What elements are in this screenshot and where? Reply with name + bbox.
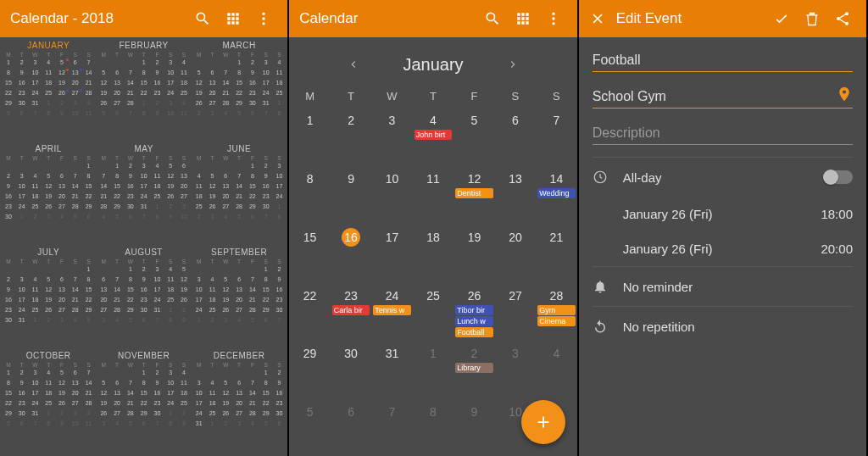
mini-month[interactable]: DECEMBERMTWTFSS1234567891011121314151617… xyxy=(192,351,286,453)
event-tag[interactable]: Carla bir xyxy=(332,305,370,315)
day-cell[interactable]: 20 xyxy=(495,223,536,281)
day-cell[interactable]: 15 xyxy=(289,223,330,281)
day-cell[interactable]: 2Library xyxy=(453,339,494,398)
svg-point-5 xyxy=(552,22,554,25)
day-cell[interactable]: 16 xyxy=(331,223,371,281)
mini-month[interactable]: MAYMTWTFSS123456789101112131415161718192… xyxy=(97,144,190,246)
day-cell[interactable]: 8 xyxy=(413,398,453,456)
mini-month[interactable]: AUGUSTMTWTFSS123456789101112131415161718… xyxy=(97,247,190,349)
more-icon[interactable] xyxy=(250,5,277,32)
day-cell[interactable]: 11 xyxy=(413,164,453,223)
prev-month-arrow[interactable] xyxy=(338,49,369,80)
mini-month[interactable]: SEPTEMBERMTWTFSS123456789101112131415161… xyxy=(192,247,286,349)
search-icon[interactable] xyxy=(189,5,216,32)
start-time-row[interactable]: January 26 (Fri) 18:00 xyxy=(593,197,853,231)
mini-month[interactable]: MARCHMTWTFSS1234567891011121314151617181… xyxy=(192,41,286,142)
event-tag[interactable]: Dentist xyxy=(455,188,492,198)
add-event-fab[interactable] xyxy=(521,400,565,444)
allday-toggle[interactable] xyxy=(824,170,853,184)
event-tag[interactable]: John birt xyxy=(415,130,452,140)
day-cell[interactable]: 4John birt xyxy=(413,106,453,164)
mini-month[interactable]: OCTOBERMTWTFSS12345678910111213141516171… xyxy=(2,351,95,453)
day-cell[interactable]: 14Wedding xyxy=(536,164,576,223)
end-time-row[interactable]: January 26 (Fri) 20:00 xyxy=(593,231,853,266)
more-icon[interactable] xyxy=(540,5,567,32)
day-cell[interactable]: 7 xyxy=(371,398,412,456)
mini-month[interactable]: JUNEMTWTFSS12345678910111213141516171819… xyxy=(192,144,286,246)
day-cell[interactable]: 13 xyxy=(495,164,536,223)
day-cell[interactable]: 9 xyxy=(453,398,494,456)
next-month-arrow[interactable] xyxy=(498,49,528,80)
end-date[interactable]: January 26 (Fri) xyxy=(623,242,821,256)
year-appbar: Calendar - 2018 xyxy=(0,0,287,37)
day-cell[interactable]: 2 xyxy=(331,106,371,164)
day-cell[interactable]: 22 xyxy=(289,281,330,340)
search-icon[interactable] xyxy=(479,5,506,32)
day-cell[interactable]: 18 xyxy=(413,223,453,281)
event-description-input[interactable] xyxy=(593,120,853,145)
svg-point-0 xyxy=(263,13,265,15)
grid-view-icon[interactable] xyxy=(220,5,247,32)
event-tag[interactable]: Football xyxy=(455,327,492,337)
day-cell[interactable]: 19 xyxy=(453,223,494,281)
day-cell[interactable]: 30 xyxy=(331,339,371,398)
day-cell[interactable]: 24Tennis w xyxy=(371,281,412,340)
grid-view-icon[interactable] xyxy=(509,5,537,32)
event-location-input[interactable] xyxy=(593,84,853,108)
event-tag[interactable]: Tennis w xyxy=(373,305,410,315)
save-icon[interactable] xyxy=(768,5,795,32)
day-cell[interactable]: 8 xyxy=(289,164,330,223)
day-cell[interactable]: 17 xyxy=(371,223,412,281)
month-view-panel: Calendar January MTWTFSS 1234John birt56… xyxy=(289,0,578,456)
event-tag[interactable]: Library xyxy=(455,363,492,373)
event-tag[interactable]: Lunch w xyxy=(455,316,492,326)
day-cell[interactable]: 6 xyxy=(495,106,536,164)
day-cell[interactable]: 26Tibor birLunch wFootball xyxy=(453,281,494,340)
day-cell[interactable]: 6 xyxy=(331,398,371,456)
svg-point-1 xyxy=(263,17,265,19)
mini-month[interactable]: JANUARYMTWTFSS12345678910111213141516171… xyxy=(2,41,95,142)
start-date[interactable]: January 26 (Fri) xyxy=(623,207,821,221)
svg-point-3 xyxy=(552,13,554,15)
event-tag[interactable]: Cinema xyxy=(537,316,575,326)
event-tag[interactable]: Wedding xyxy=(537,188,575,198)
day-cell[interactable]: 10 xyxy=(371,164,412,223)
month-title[interactable]: January xyxy=(403,55,463,75)
day-cell[interactable]: 9 xyxy=(331,164,371,223)
day-cell[interactable]: 28GymCinema xyxy=(536,281,576,340)
location-pin-icon[interactable] xyxy=(836,86,853,103)
day-cell[interactable]: 5 xyxy=(289,398,330,456)
close-icon[interactable] xyxy=(584,5,611,32)
weekday-label: M xyxy=(289,90,330,103)
day-cell[interactable]: 3 xyxy=(371,106,412,164)
day-cell[interactable]: 29 xyxy=(289,339,330,398)
day-cell[interactable]: 4 xyxy=(536,339,576,398)
start-time[interactable]: 18:00 xyxy=(821,207,853,221)
delete-icon[interactable] xyxy=(798,5,826,32)
share-icon[interactable] xyxy=(829,5,856,32)
day-cell[interactable]: 3 xyxy=(495,339,536,398)
mini-month-title: JUNE xyxy=(227,144,251,153)
day-cell[interactable]: 7 xyxy=(536,106,576,164)
day-cell[interactable]: 23Carla bir xyxy=(331,281,371,340)
event-tag[interactable]: Gym xyxy=(537,305,575,315)
day-cell[interactable]: 31 xyxy=(371,339,412,398)
event-tag[interactable]: Tibor bir xyxy=(455,305,492,315)
allday-row: All-day xyxy=(593,157,853,197)
end-time[interactable]: 20:00 xyxy=(821,242,853,256)
event-title-input[interactable] xyxy=(593,47,853,72)
mini-month[interactable]: APRILMTWTFSS1234567891011121314151617181… xyxy=(2,144,95,246)
day-cell[interactable]: 5 xyxy=(453,106,494,164)
mini-month[interactable]: JULYMTWTFSS12345678910111213141516171819… xyxy=(2,247,95,349)
day-cell[interactable]: 25 xyxy=(413,281,453,340)
day-cell[interactable]: 1 xyxy=(413,339,453,398)
day-cell[interactable]: 27 xyxy=(495,281,536,340)
repetition-row[interactable]: No repetition xyxy=(593,306,853,346)
day-cell[interactable]: 1 xyxy=(289,106,330,164)
day-cell[interactable]: 12Dentist xyxy=(453,164,494,223)
day-cell[interactable]: 21 xyxy=(536,223,576,281)
mini-month[interactable]: NOVEMBERMTWTFSS1234567891011121314151617… xyxy=(97,351,190,453)
mini-month[interactable]: FEBRUARYMTWTFSS1234567891011121314151617… xyxy=(97,41,190,142)
mini-month-title: APRIL xyxy=(36,144,62,153)
reminder-row[interactable]: No reminder xyxy=(593,266,853,306)
